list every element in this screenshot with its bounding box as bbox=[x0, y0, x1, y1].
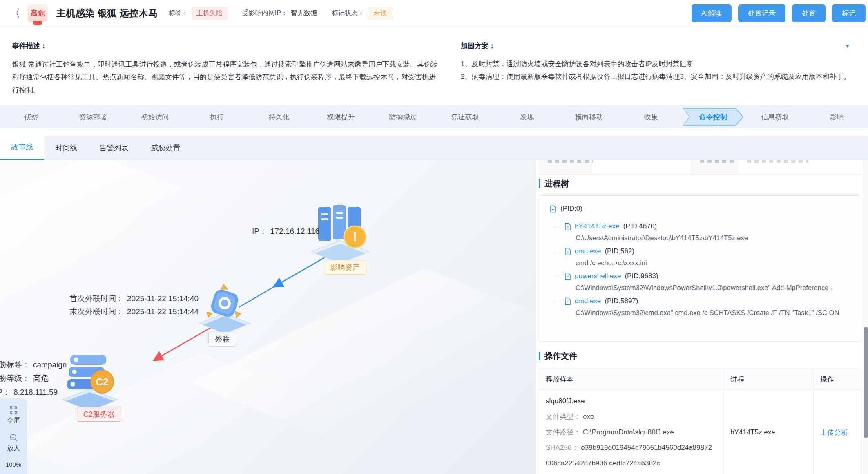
attack-storyline-canvas[interactable]: ! 影响资产 IP：172.16.12.116 外联 bbox=[0, 160, 536, 474]
ai-interpret-button[interactable]: AI解读 bbox=[692, 4, 732, 22]
upload-analyze-link[interactable]: 上传分析 bbox=[820, 429, 848, 436]
kill-chain-stage-privilege[interactable]: 权限提升 bbox=[310, 112, 372, 122]
affected-ip-label: 受影响内网IP： bbox=[242, 9, 288, 18]
tag-host-compromised: 主机失陷 bbox=[192, 7, 228, 20]
event-description-title: 事件描述： bbox=[12, 41, 441, 51]
operation-files-table: 释放样本 进程 操作 slqu80fJ.exe 文件类型：exe 文件路径：C:… bbox=[539, 369, 862, 474]
remediation-line-2: 2、病毒清理：使用最新版杀毒软件或者根据设备上报日志进行病毒清理3、安全加固：及… bbox=[461, 71, 857, 83]
col-released-sample: 释放样本 bbox=[539, 369, 724, 390]
process-tree-header: 进程树 bbox=[539, 178, 569, 189]
process-tree-title: 进程树 bbox=[544, 178, 569, 189]
kill-chain-stage-lateral[interactable]: 横向移动 bbox=[558, 112, 620, 122]
incident-detail-page: 〈 高危 主机感染 银狐 远控木马 标签： 主机失陷 受影响内网IP： 暂无数据… bbox=[0, 0, 868, 474]
header-meta: 标签： 主机失陷 受影响内网IP： 暂无数据 标记状态： 未读 bbox=[169, 7, 404, 20]
threat-tag-text: 威胁标签：campaign bbox=[0, 360, 67, 370]
threat-level-text: 威胁等级：高危 bbox=[0, 373, 49, 384]
process-cmdline: C:\Windows\System32\WindowsPowerShell\v1… bbox=[576, 284, 850, 292]
fullscreen-icon bbox=[9, 405, 18, 415]
process-cell: bY414T5z.exe bbox=[724, 390, 814, 474]
mark-status-label: 标记状态： bbox=[332, 9, 364, 18]
first-outbound-time: 首次外联时间：2025-11-22 15:14:40 bbox=[69, 293, 199, 304]
operation-files-header: 操作文件 bbox=[539, 351, 577, 362]
kill-chain-stage-command-control[interactable]: 命令控制 bbox=[682, 108, 744, 126]
kill-chain-stage-credential[interactable]: 凭证获取 bbox=[434, 112, 496, 122]
c2-server-label: C2服务器 bbox=[77, 407, 121, 422]
file-icon bbox=[565, 297, 571, 305]
file-icon bbox=[565, 223, 571, 230]
page-scrollbar-thumb[interactable] bbox=[864, 327, 868, 438]
last-outbound-time: 末次外联时间：2025-11-22 15:14:44 bbox=[69, 306, 199, 317]
operation-files-title: 操作文件 bbox=[544, 351, 577, 362]
page-header: 〈 高危 主机感染 银狐 远控木马 标签： 主机失陷 受影响内网IP： 暂无数据… bbox=[0, 0, 868, 26]
severity-badge: 高危 bbox=[28, 4, 47, 22]
page-scrollbar-track[interactable] bbox=[863, 160, 868, 474]
view-tabs: 故事线 时间线 告警列表 威胁处置 bbox=[0, 136, 868, 160]
kill-chain-stage-discovery[interactable]: 发现 bbox=[496, 112, 558, 122]
collapse-caret-icon[interactable]: ▼ bbox=[845, 43, 850, 49]
process-node: bY414T5z.exe (PID:4670) C:\Users\Adminis… bbox=[553, 217, 850, 242]
page-title: 主机感染 银狐 远控木马 bbox=[56, 7, 158, 20]
process-node: powershell.exe (PID:9683) C:\Windows\Sys… bbox=[553, 267, 850, 292]
svg-text:C2: C2 bbox=[96, 376, 109, 387]
clipped-table-remnant bbox=[539, 160, 861, 175]
tab-storyline[interactable]: 故事线 bbox=[0, 136, 44, 160]
sha256-value-2: 006ca2254287b906 cedfc724a6382c bbox=[546, 459, 660, 467]
asset-ip-text: IP：172.16.12.116 bbox=[252, 226, 319, 237]
affected-asset-label: 影响资产 bbox=[324, 260, 366, 275]
kill-chain-stage-impact[interactable]: 影响 bbox=[806, 112, 868, 122]
outbound-connection-icon bbox=[194, 283, 255, 336]
kill-chain-stage-recon[interactable]: 侦察 bbox=[0, 112, 62, 122]
affected-ip-value: 暂无数据 bbox=[291, 9, 317, 18]
disposal-button[interactable]: 处置 bbox=[792, 4, 826, 22]
back-icon[interactable]: 〈 bbox=[10, 8, 20, 18]
fullscreen-button[interactable]: 全屏 bbox=[7, 402, 20, 427]
canvas-controls: 全屏 放大 100% bbox=[0, 398, 27, 474]
tab-threat-disposal[interactable]: 威胁处置 bbox=[140, 136, 191, 160]
file-icon bbox=[565, 273, 571, 280]
process-cmdline: cmd /c echo.>c:\xxxx.ini bbox=[576, 259, 850, 267]
file-icon bbox=[565, 248, 571, 255]
kill-chain-stage-defense-evasion[interactable]: 防御绕过 bbox=[372, 112, 434, 122]
outbound-label: 外联 bbox=[208, 332, 236, 347]
attack-path-lines bbox=[0, 160, 536, 474]
zoom-in-icon bbox=[9, 433, 18, 443]
c2-server-icon: C2 bbox=[57, 351, 123, 411]
kill-chain-stage-exfiltration[interactable]: 信息窃取 bbox=[744, 112, 806, 122]
kill-chain-stage-collection[interactable]: 收集 bbox=[620, 112, 682, 122]
mark-button[interactable]: 标记 bbox=[832, 4, 866, 22]
process-name-link[interactable]: powershell.exe bbox=[575, 272, 621, 280]
header-actions: AI解读 处置记录 处置 标记 bbox=[692, 4, 868, 22]
process-tree-root[interactable]: (PID:0) bbox=[550, 205, 850, 213]
col-process: 进程 bbox=[724, 369, 814, 390]
kill-chain-stage-resource[interactable]: 资源部署 bbox=[62, 112, 124, 122]
process-cmdline: C:\Windows\System32\cmd.exe" cmd.exe /c … bbox=[576, 309, 850, 317]
process-name-link[interactable]: cmd.exe bbox=[575, 297, 601, 305]
kill-chain-stage-execution[interactable]: 执行 bbox=[186, 112, 248, 122]
zoom-in-button[interactable]: 放大 bbox=[7, 431, 20, 455]
process-name-link[interactable]: cmd.exe bbox=[575, 247, 601, 255]
svg-text:!: ! bbox=[353, 229, 357, 244]
process-node: cmd.exe (PID:562) cmd /c echo.>c:\xxxx.i… bbox=[553, 242, 850, 267]
tab-timeline[interactable]: 时间线 bbox=[44, 136, 88, 160]
file-path-value: C:\ProgramData\slqu80fJ.exe bbox=[583, 428, 674, 436]
file-icon bbox=[550, 205, 556, 213]
c2-server-node[interactable]: C2 bbox=[57, 351, 123, 412]
event-description-body: 银狐 常通过社工钓鱼攻击，即时通讯工具进行投递，或者伪装成正常程序安装包，通过搜… bbox=[12, 58, 441, 96]
summary-section: 事件描述： 银狐 常通过社工钓鱼攻击，即时通讯工具进行投递，或者伪装成正常程序安… bbox=[0, 26, 868, 105]
c2-ip-text: IP：8.218.111.59 bbox=[0, 387, 58, 398]
sha256-value: e39b919d019454c79651b4560d24a89872 bbox=[581, 444, 712, 452]
sample-name: slqu80fJ.exe bbox=[546, 397, 717, 406]
tab-alert-list[interactable]: 告警列表 bbox=[88, 136, 140, 160]
remediation-title: 加固方案： bbox=[461, 41, 857, 51]
outbound-node[interactable] bbox=[194, 283, 255, 338]
kill-chain-strip: 侦察 资源部署 初始访问 执行 持久化 权限提升 防御绕过 凭证获取 发现 横向… bbox=[0, 105, 868, 128]
zoom-level-value: 100% bbox=[6, 458, 21, 470]
process-name-link[interactable]: bY414T5z.exe bbox=[575, 222, 620, 230]
process-tree: (PID:0) bY414T5z.exe (PID:4670) C:\Users… bbox=[539, 195, 861, 342]
kill-chain-stage-initial-access[interactable]: 初始访问 bbox=[124, 112, 186, 122]
remediation-line-1: 1、及时封禁：通过防火墙或安全防护设备对列表中的攻击者IP及时封禁阻断 bbox=[461, 58, 857, 71]
disposal-record-button[interactable]: 处置记录 bbox=[738, 4, 785, 22]
file-type-value: exe bbox=[583, 413, 594, 420]
kill-chain-stage-persistence[interactable]: 持久化 bbox=[248, 112, 310, 122]
detail-panel: 进程树 (PID:0) bY414T5z.exe (PID:4670) C:\U… bbox=[536, 160, 863, 474]
